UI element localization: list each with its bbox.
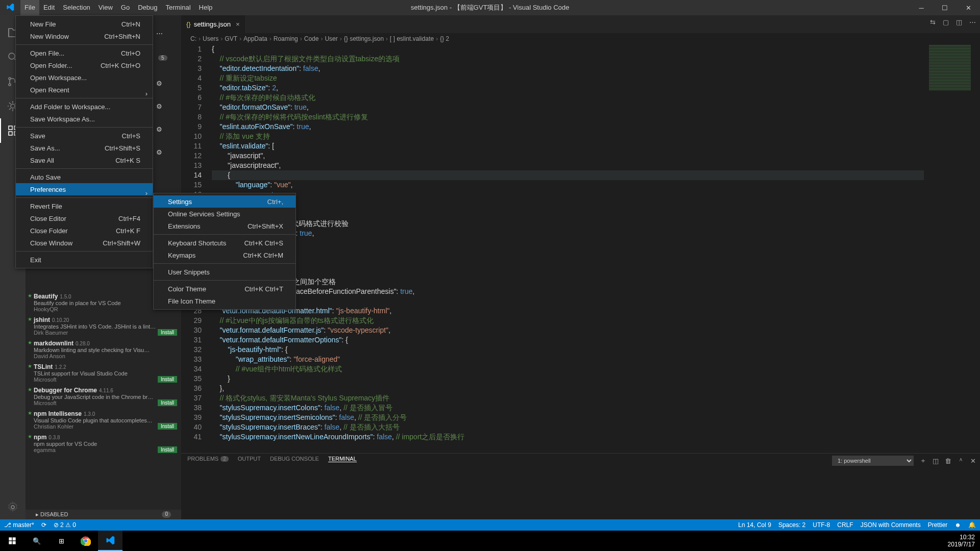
start-button[interactable] [0, 531, 24, 551]
tab-debug-console[interactable]: DEBUG CONSOLE [270, 456, 319, 462]
settings-gear-icon[interactable] [0, 495, 26, 519]
maximize-button[interactable]: ☐ [933, 0, 957, 15]
more-icon[interactable]: ⋯ [156, 30, 163, 37]
breadcrumb-segment[interactable]: C: [190, 35, 197, 42]
menu-item-auto-save[interactable]: Auto Save [16, 171, 153, 183]
gear-icon[interactable]: ⚙ [156, 126, 162, 133]
menu-item-keymaps[interactable]: KeymapsCtrl+K Ctrl+M [154, 249, 296, 261]
install-button[interactable]: Install [158, 329, 177, 336]
extension-item[interactable]: ★markdownlint0.28.0Markdown linting and … [26, 338, 181, 361]
extension-item[interactable]: ★Debugger for Chrome4.11.6Debug your Jav… [26, 385, 181, 408]
menu-item-close-editor[interactable]: Close EditorCtrl+F4 [16, 212, 153, 224]
breadcrumb-segment[interactable]: AppData [243, 35, 267, 42]
menu-item-new-window[interactable]: New WindowCtrl+Shift+N [16, 30, 153, 42]
code-text[interactable]: { // vscode默认启用了根据文件类型自动设置tabsize的选项 "ed… [212, 44, 924, 442]
menu-item-add-folder-to-workspace-[interactable]: Add Folder to Workspace... [16, 101, 153, 113]
breadcrumb-segment[interactable]: Roaming [274, 35, 298, 42]
language-mode[interactable]: JSON with Comments [861, 521, 921, 529]
chrome-icon[interactable] [74, 531, 98, 551]
more-icon[interactable]: ⋯ [969, 18, 976, 26]
menu-item-new-file[interactable]: New FileCtrl+N [16, 18, 153, 30]
menu-debug[interactable]: Debug [134, 0, 161, 15]
menu-help[interactable]: Help [195, 0, 217, 15]
menu-file[interactable]: File [20, 0, 39, 15]
menu-edit[interactable]: Edit [39, 0, 59, 15]
menu-item-exit[interactable]: Exit [16, 254, 153, 266]
prettier-status[interactable]: Prettier [928, 521, 948, 529]
menu-item-open-folder-[interactable]: Open Folder...Ctrl+K Ctrl+O [16, 59, 153, 71]
close-panel-icon[interactable]: ✕ [970, 457, 976, 465]
disabled-section[interactable]: ▸ DISABLED 0 [26, 510, 181, 519]
menu-item-save-workspace-as-[interactable]: Save Workspace As... [16, 113, 153, 125]
menu-item-extensions[interactable]: ExtensionsCtrl+Shift+X [154, 220, 296, 232]
eol[interactable]: CRLF [837, 521, 853, 529]
breadcrumb-segment[interactable]: [ ] eslint.validate [390, 35, 434, 42]
search-taskbar-icon[interactable]: 🔍 [24, 531, 49, 551]
menu-view[interactable]: View [94, 0, 117, 15]
menu-item-save-all[interactable]: Save AllCtrl+K S [16, 154, 153, 166]
problems-status[interactable]: ⊘ 2 ⚠ 0 [54, 521, 76, 529]
feedback-icon[interactable]: ☻ [954, 521, 961, 529]
menu-item-revert-file[interactable]: Revert File [16, 200, 153, 212]
menu-item-preferences[interactable]: Preferences [16, 183, 153, 195]
breadcrumb[interactable]: C:›Users›GVT›AppData›Roaming›Code›User›{… [181, 33, 980, 44]
sync-icon[interactable]: ⟳ [41, 521, 46, 529]
tab-settings-json[interactable]: {} settings.json × [181, 15, 245, 33]
menu-item-keyboard-shortcuts[interactable]: Keyboard ShortcutsCtrl+K Ctrl+S [154, 237, 296, 249]
menu-item-save[interactable]: SaveCtrl+S [16, 130, 153, 142]
indentation[interactable]: Spaces: 2 [778, 521, 805, 529]
install-button[interactable]: Install [158, 376, 177, 383]
install-button[interactable]: Install [158, 446, 177, 453]
gear-icon[interactable]: ⚙ [156, 103, 162, 110]
menu-item-file-icon-theme[interactable]: File Icon Theme [154, 295, 296, 307]
breadcrumb-segment[interactable]: {} settings.json [344, 35, 384, 42]
extension-item[interactable]: ★TSLint1.2.2TSLint support for Visual St… [26, 361, 181, 385]
menu-selection[interactable]: Selection [59, 0, 94, 15]
cursor-position[interactable]: Ln 14, Col 9 [738, 521, 771, 529]
encoding[interactable]: UTF-8 [813, 521, 830, 529]
minimize-button[interactable]: ─ [910, 0, 933, 15]
menu-item-save-as-[interactable]: Save As...Ctrl+Shift+S [16, 142, 153, 154]
menu-item-online-services-settings[interactable]: Online Services Settings [154, 208, 296, 220]
gear-icon[interactable]: ⚙ [156, 148, 162, 156]
menu-go[interactable]: Go [117, 0, 134, 15]
breadcrumb-segment[interactable]: GVT [225, 35, 237, 42]
trash-icon[interactable]: 🗑 [945, 457, 951, 465]
menu-item-open-file-[interactable]: Open File...Ctrl+O [16, 47, 153, 59]
taskbar-clock[interactable]: 10:32 2019/7/17 [948, 531, 975, 551]
notifications-icon[interactable]: 🔔 [968, 521, 976, 529]
breadcrumb-segment[interactable]: Users [203, 35, 218, 42]
gear-icon[interactable]: ⚙ [156, 80, 162, 87]
compare-icon[interactable]: ⇆ [930, 18, 936, 26]
terminal-selector[interactable]: 1: powershell [832, 456, 914, 466]
menu-item-open-workspace-[interactable]: Open Workspace... [16, 71, 153, 84]
open-settings-icon[interactable]: ▢ [943, 18, 949, 26]
breadcrumb-segment[interactable]: Code [304, 35, 319, 42]
extension-item[interactable]: ★npm Intellisense1.3.0Visual Studio Code… [26, 408, 181, 432]
tab-terminal[interactable]: TERMINAL [328, 456, 357, 462]
menu-terminal[interactable]: Terminal [161, 0, 194, 15]
extension-item[interactable]: ★jshint0.10.20Integrates JSHint into VS … [26, 314, 181, 338]
split-icon[interactable]: ◫ [956, 18, 962, 26]
tab-problems[interactable]: PROBLEMS2 [187, 456, 229, 462]
split-terminal-icon[interactable]: ◫ [933, 457, 939, 465]
menu-item-close-window[interactable]: Close WindowCtrl+Shift+W [16, 237, 153, 249]
tab-output[interactable]: OUTPUT [238, 456, 261, 462]
menu-item-user-snippets[interactable]: User Snippets [154, 266, 296, 278]
install-button[interactable]: Install [158, 423, 177, 430]
task-view-icon[interactable]: ⊞ [49, 531, 74, 551]
breadcrumb-segment[interactable]: User [325, 35, 337, 42]
menu-item-settings[interactable]: SettingsCtrl+, [154, 195, 296, 208]
extension-item[interactable]: ★npm0.3.8npm support for VS CodeegammaIn… [26, 432, 181, 455]
install-button[interactable]: Install [158, 399, 177, 406]
vscode-taskbar-icon[interactable] [98, 531, 122, 551]
breadcrumb-segment[interactable]: {} 2 [440, 35, 449, 42]
close-button[interactable]: ✕ [957, 0, 980, 15]
maximize-panel-icon[interactable]: ＾ [958, 456, 964, 465]
menu-item-open-recent[interactable]: Open Recent [16, 84, 153, 96]
menu-item-close-folder[interactable]: Close FolderCtrl+K F [16, 224, 153, 237]
git-branch[interactable]: ⎇ master* [4, 521, 34, 529]
close-icon[interactable]: × [236, 20, 240, 28]
minimap[interactable] [927, 44, 973, 146]
new-terminal-icon[interactable]: ＋ [920, 456, 926, 465]
